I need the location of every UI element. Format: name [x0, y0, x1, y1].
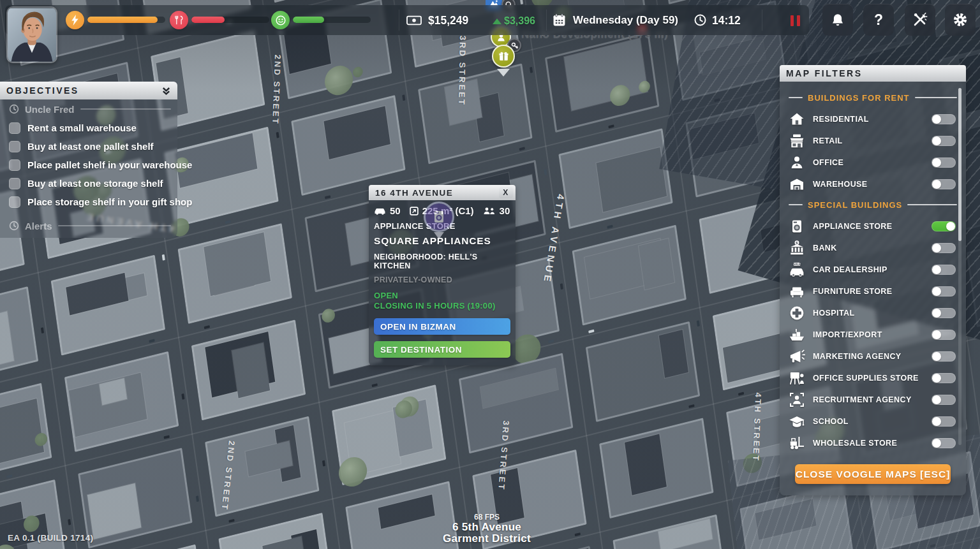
pin-pointer [497, 69, 510, 77]
help-button[interactable]: ? [863, 4, 894, 36]
task-label: Buy at least one storage shelf [27, 178, 163, 189]
filter-row-office-supplies-store: OFFICE SUPPLIES STORE [780, 367, 966, 389]
open-status: OPEN [374, 291, 510, 300]
toggle-knob [932, 395, 941, 404]
settings-button[interactable] [945, 4, 976, 36]
pause-button[interactable] [782, 13, 808, 28]
task-checkbox[interactable] [9, 196, 20, 208]
popup-stats: 50 225 m² (C1) 30 [369, 200, 516, 217]
section-uncle-fred: Uncle Fred [0, 99, 177, 119]
close-voogle-maps-button[interactable]: CLOSE VOOGLE MAPS [ESC] [795, 464, 951, 484]
repair-tools-button[interactable] [905, 4, 935, 36]
filter-label: FURNITURE STORE [813, 287, 893, 296]
toggle-furniture-store[interactable] [932, 286, 956, 296]
gear-icon [952, 11, 969, 28]
clock-icon [9, 221, 19, 231]
section-title: SPECIAL BUILDINGS [808, 200, 902, 210]
happiness-stat [271, 11, 290, 29]
filter-row-office: OFFICE [780, 152, 966, 173]
filters-scrollbar[interactable] [958, 88, 961, 445]
gift-pin[interactable] [492, 45, 515, 68]
build-version: EA 0.1 (BUILD 1714) [8, 533, 93, 543]
open-in-bizman-button[interactable]: OPEN IN BIZMAN [374, 318, 510, 335]
toggle-knob [932, 180, 941, 189]
toggle-appliance-store[interactable] [932, 221, 956, 231]
filter-label: BANK [813, 244, 837, 253]
hunger-bar [191, 17, 269, 23]
toggle-import-export[interactable] [932, 330, 956, 340]
filter-row-appliance-store: APPLIANCE STORE [780, 216, 966, 237]
section-label: Alerts [25, 221, 52, 231]
scrollbar-thumb[interactable] [958, 88, 961, 241]
toggle-office[interactable] [932, 157, 956, 168]
task-checkbox[interactable] [9, 122, 20, 134]
toggle-wholesale-store[interactable] [932, 438, 956, 448]
filter-section-header: BUILDINGS FOR RENT [780, 89, 966, 106]
task-checkbox[interactable] [9, 159, 20, 171]
filter-row-furniture-store: FURNITURE STORE [780, 281, 966, 302]
map-filters-panel: MAP FILTERS BUILDINGS FOR RENTRESIDENTIA… [780, 65, 966, 495]
people-icon [483, 207, 496, 215]
time-value: 14:12 [712, 14, 741, 27]
toggle-warehouse[interactable] [932, 179, 956, 189]
filter-label: WAREHOUSE [813, 180, 868, 189]
warehouse-icon [787, 175, 806, 194]
objective-task: Place pallet shelf in your warehouse [0, 156, 177, 174]
task-label: Rent a small warehouse [27, 122, 137, 133]
notifications-button[interactable] [822, 4, 853, 36]
building-type: APPLIANCE STORE [374, 221, 510, 231]
toggle-knob [932, 287, 941, 296]
toggle-retail[interactable] [932, 136, 956, 146]
building-popup: 16 4TH AVENUE X 50 225 m² (C1) 30 APPLIA… [369, 185, 516, 365]
filter-label: CAR DEALERSHIP [813, 265, 887, 274]
player-avatar[interactable] [6, 6, 57, 63]
calendar-icon [553, 13, 566, 27]
house-icon [787, 110, 806, 129]
ship-icon [787, 325, 806, 344]
set-destination-button[interactable]: SET DESTINATION [374, 341, 510, 358]
hunger-stat [170, 11, 188, 29]
street-label: 3RD STREET [457, 36, 468, 106]
filters-header: MAP FILTERS [780, 65, 966, 82]
smiley-icon [276, 15, 286, 26]
sofa-icon [787, 282, 806, 301]
task-checkbox[interactable] [9, 141, 20, 152]
fps-counter: 68 FPS [391, 513, 583, 522]
toggle-knob [932, 244, 941, 253]
popup-header[interactable]: 16 4TH AVENUE X [369, 185, 516, 200]
toggle-knob [946, 222, 955, 231]
date-value: Wednesday (Day 59) [573, 14, 678, 27]
task-checkbox[interactable] [9, 178, 20, 189]
toggle-knob [932, 265, 941, 274]
pause-icon [797, 15, 800, 26]
toggle-hospital[interactable] [932, 308, 956, 318]
filter-row-retail: RETAIL [780, 130, 966, 152]
business-name: SQUARE APPLIANCES [374, 235, 510, 247]
filter-label: RETAIL [813, 136, 843, 145]
toggle-office-supplies-store[interactable] [932, 373, 956, 383]
section-alerts: Alerts [0, 219, 177, 238]
filter-row-marketing-agency: MARKETING AGENCY [780, 346, 966, 367]
toggle-knob [932, 439, 941, 448]
filter-label: APPLIANCE STORE [813, 222, 893, 231]
close-button[interactable]: X [499, 187, 513, 198]
objectives-header: OBJECTIVES [0, 82, 177, 99]
filter-row-import-export: IMPORT/EXPORT [780, 324, 966, 346]
traffic-icon [374, 207, 386, 215]
filter-row-bank: $BANK [780, 237, 966, 259]
clock-icon [9, 104, 19, 114]
toggle-school[interactable] [932, 416, 956, 427]
toggle-residential[interactable] [932, 114, 956, 124]
toggle-recruitment-agency[interactable] [932, 395, 956, 405]
capacity-value: 30 [500, 205, 510, 216]
toggle-marketing-agency[interactable] [932, 351, 956, 362]
collapse-chevrons-icon[interactable] [161, 86, 171, 96]
toggle-car-dealership[interactable] [932, 265, 956, 275]
filter-label: HOSPITAL [813, 309, 854, 318]
filter-row-residential: RESIDENTIAL [780, 108, 966, 130]
tools-icon [912, 12, 928, 27]
task-list: Rent a small warehouseBuy at least one p… [0, 119, 177, 211]
toggle-bank[interactable] [932, 243, 956, 253]
megaphone-icon [787, 347, 806, 366]
filter-label: RECRUITMENT AGENCY [813, 395, 912, 404]
